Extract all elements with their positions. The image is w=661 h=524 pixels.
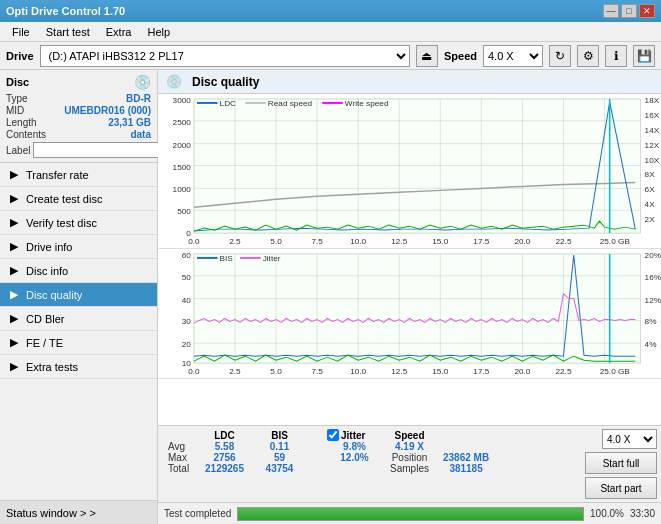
- svg-text:20.0: 20.0: [514, 367, 530, 376]
- max-bis: 59: [252, 452, 307, 463]
- sidebar-item-drive-info[interactable]: ▶ Drive info: [0, 235, 157, 259]
- menu-help[interactable]: Help: [139, 24, 178, 40]
- settings-button[interactable]: ⚙: [577, 45, 599, 67]
- svg-text:40: 40: [182, 296, 192, 305]
- menu-extra[interactable]: Extra: [98, 24, 140, 40]
- svg-text:7.5: 7.5: [311, 367, 323, 376]
- menu-file[interactable]: File: [4, 24, 38, 40]
- max-label: Max: [162, 452, 197, 463]
- total-bis: 43754: [252, 463, 307, 474]
- ldc-header: LDC: [197, 429, 252, 441]
- jitter-checkbox[interactable]: [327, 429, 339, 441]
- svg-text:22.5: 22.5: [555, 237, 571, 246]
- avg-ldc: 5.58: [197, 441, 252, 452]
- svg-rect-98: [240, 257, 261, 259]
- cd-bler-icon: ▶: [6, 311, 22, 327]
- sidebar-item-verify-test-disc[interactable]: ▶ Verify test disc: [0, 211, 157, 235]
- sidebar-item-transfer-rate[interactable]: ▶ Transfer rate: [0, 163, 157, 187]
- speed-dropdown[interactable]: 4.0 X: [602, 429, 657, 449]
- jitter-header: Jitter: [341, 430, 365, 441]
- transfer-rate-label: Transfer rate: [26, 169, 89, 181]
- progress-bar: [237, 507, 584, 521]
- total-ldc: 2129265: [197, 463, 252, 474]
- svg-text:17.5: 17.5: [473, 367, 489, 376]
- save-button[interactable]: 💾: [633, 45, 655, 67]
- minimize-button[interactable]: —: [603, 4, 619, 18]
- stats-table: LDC BIS Jitter Speed Avg 5.58 0.11: [162, 429, 579, 474]
- avg-bis: 0.11: [252, 441, 307, 452]
- chart-header: 💿 Disc quality: [158, 70, 661, 94]
- sidebar-item-disc-quality[interactable]: ▶ Disc quality: [0, 283, 157, 307]
- svg-text:1000: 1000: [173, 185, 192, 194]
- position-value: 23862 MB: [437, 452, 495, 463]
- speed-label: Speed: [444, 50, 477, 62]
- top-chart-svg: 3000 2500 2000 1500 1000 500 0 18X 16X 1…: [158, 94, 661, 248]
- chart-title: Disc quality: [192, 75, 259, 89]
- svg-text:BIS: BIS: [220, 254, 233, 263]
- progress-bar-fill: [238, 508, 583, 520]
- progress-percent: 100.0%: [590, 508, 624, 519]
- label-input[interactable]: [33, 142, 166, 158]
- svg-text:20%: 20%: [645, 251, 661, 260]
- drive-info-icon: ▶: [6, 239, 22, 255]
- avg-speed: 4.19 X: [382, 441, 437, 452]
- svg-text:12X: 12X: [645, 141, 660, 150]
- svg-text:10.0: 10.0: [350, 237, 366, 246]
- svg-text:Write speed: Write speed: [345, 99, 389, 108]
- status-text: Test completed: [164, 508, 231, 519]
- info-button[interactable]: ℹ: [605, 45, 627, 67]
- svg-text:8%: 8%: [645, 318, 657, 327]
- window-controls: — □ ✕: [603, 4, 655, 18]
- length-label: Length: [6, 117, 37, 128]
- sidebar-item-fe-te[interactable]: ▶ FE / TE: [0, 331, 157, 355]
- sidebar-item-create-test-disc[interactable]: ▶ Create test disc: [0, 187, 157, 211]
- svg-rect-0: [194, 99, 641, 233]
- sidebar-item-cd-bler[interactable]: ▶ CD Bler: [0, 307, 157, 331]
- svg-text:14X: 14X: [645, 126, 660, 135]
- svg-text:22.5: 22.5: [555, 367, 571, 376]
- svg-text:16%: 16%: [645, 273, 661, 282]
- svg-rect-96: [197, 257, 218, 259]
- svg-text:6X: 6X: [645, 185, 656, 194]
- svg-rect-54: [194, 254, 641, 363]
- samples-value: 381185: [437, 463, 495, 474]
- label-label: Label: [6, 145, 30, 156]
- mid-label: MID: [6, 105, 24, 116]
- maximize-button[interactable]: □: [621, 4, 637, 18]
- menu-start-test[interactable]: Start test: [38, 24, 98, 40]
- start-full-button[interactable]: Start full: [585, 452, 657, 474]
- close-button[interactable]: ✕: [639, 4, 655, 18]
- cd-bler-label: CD Bler: [26, 313, 65, 325]
- avg-jitter: 9.8%: [327, 441, 382, 452]
- speed-header: Speed: [382, 429, 437, 441]
- speed-select[interactable]: 4.0 X: [483, 45, 543, 67]
- svg-text:20: 20: [182, 340, 192, 349]
- svg-rect-50: [245, 102, 266, 104]
- charts-area: 3000 2500 2000 1500 1000 500 0 18X 16X 1…: [158, 94, 661, 425]
- status-window-button[interactable]: Status window > >: [0, 500, 157, 524]
- refresh-button[interactable]: ↻: [549, 45, 571, 67]
- sidebar-item-extra-tests[interactable]: ▶ Extra tests: [0, 355, 157, 379]
- svg-rect-48: [197, 102, 218, 104]
- fe-te-icon: ▶: [6, 335, 22, 351]
- svg-text:2000: 2000: [173, 141, 192, 150]
- eject-button[interactable]: ⏏: [416, 45, 438, 67]
- svg-text:Jitter: Jitter: [263, 254, 281, 263]
- fe-te-label: FE / TE: [26, 337, 63, 349]
- bis-header: BIS: [252, 429, 307, 441]
- extra-tests-icon: ▶: [6, 359, 22, 375]
- svg-text:17.5: 17.5: [473, 237, 489, 246]
- disc-info-label: Disc info: [26, 265, 68, 277]
- control-panel: 4.0 X Start full Start part: [585, 429, 657, 499]
- drive-select[interactable]: (D:) ATAPI iHBS312 2 PL17: [40, 45, 410, 67]
- svg-text:25.0 GB: 25.0 GB: [600, 237, 630, 246]
- bottom-chart-svg: 60 50 40 30 20 10 20% 16% 12% 8% 4% 0.0: [158, 249, 661, 378]
- menu-bar: File Start test Extra Help: [0, 22, 661, 42]
- svg-text:18X: 18X: [645, 96, 660, 105]
- sidebar-item-disc-info[interactable]: ▶ Disc info: [0, 259, 157, 283]
- create-test-disc-icon: ▶: [6, 191, 22, 207]
- start-part-button[interactable]: Start part: [585, 477, 657, 499]
- nav-section: ▶ Transfer rate ▶ Create test disc ▶ Ver…: [0, 163, 157, 500]
- svg-text:10.0: 10.0: [350, 367, 366, 376]
- svg-text:8X: 8X: [645, 171, 656, 180]
